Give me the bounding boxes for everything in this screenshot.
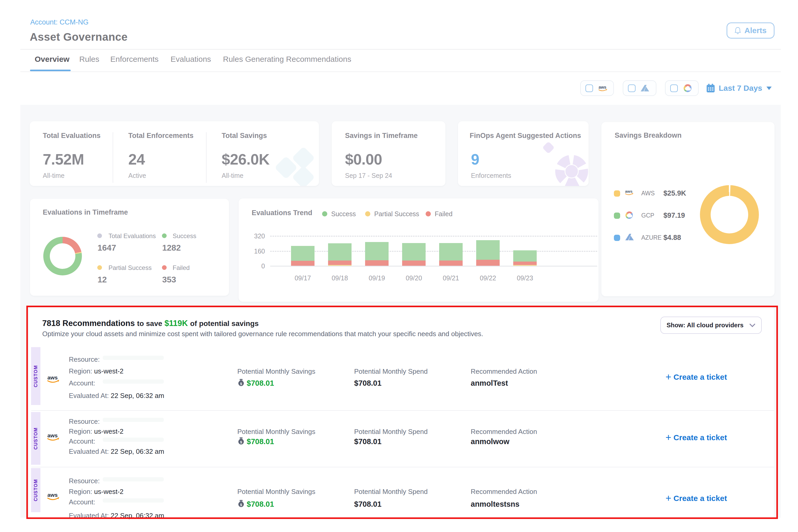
svg-text:aws: aws bbox=[625, 189, 632, 193]
svg-text:aws: aws bbox=[598, 85, 606, 90]
